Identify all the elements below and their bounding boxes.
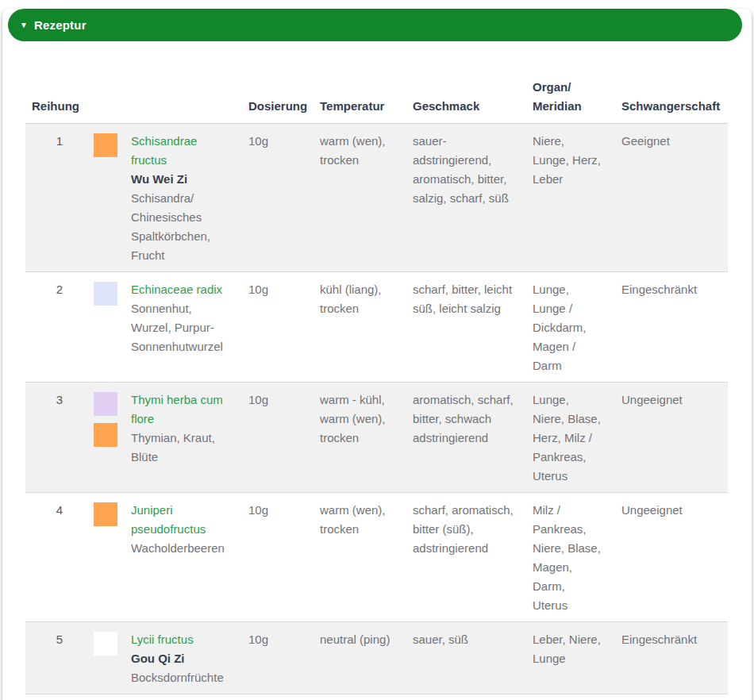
herb-name-cell: Juniperi pseudofructus Wacholderbeeren [131,493,248,621]
rezeptur-collapse-header[interactable]: ▼ Rezeptur [8,9,742,41]
col-header-organ-line1: Organ/ [533,78,621,97]
herb-name-link[interactable]: Juniperi pseudofructus [131,501,226,539]
reihung-number: 2 [25,272,94,382]
reihung-number: 4 [25,493,94,621]
organ-meridian-cell: Lunge, Lunge / Dickdarm, Magen / Darm [533,272,621,382]
herb-name-cell: Lycii fructus Gou Qi Zi Bocksdornfrüchte [131,622,248,694]
herb-pinyin-name: Gou Qi Zi [131,649,226,668]
herb-name-cell: Echinaceae radix Sonnenhut, Wurzel, Purp… [131,272,248,382]
geschmack-cell: scharf, bitter, leicht süß, leicht salzi… [413,272,533,382]
color-swatch [94,423,117,447]
dosierung-cell: 10g [248,272,320,382]
geschmack-cell: sauer-adstringierend, aromatisch, bitter… [413,124,533,271]
temperatur-cell: kühl (liang), trocken [320,272,413,382]
reihung-number: 5 [25,622,94,694]
table-row: 3 Thymi herba cum flore Thymian, Kraut, … [25,383,728,493]
herb-pinyin-name: Wu Wei Zi [131,170,226,189]
herb-name-link[interactable]: Schisandrae fructus [131,132,226,170]
table-body: 1 Schisandrae fructus Wu Wei Zi Schisand… [25,124,728,694]
dosierung-cell: 10g [248,383,320,492]
herb-name-link[interactable]: Echinaceae radix [131,280,226,299]
collapse-caret-icon: ▼ [20,21,28,29]
col-header-geschmack: Geschmack [413,97,533,116]
reihung-number: 1 [25,124,94,271]
herb-german-name: Wacholderbeeren [131,539,226,558]
dosierung-cell: 10g [248,493,320,621]
geschmack-cell: scharf, aromatisch, bitter (süß), adstri… [413,493,533,621]
temperature-color-swatches [94,383,131,492]
temperatur-cell: neutral (ping) [320,622,413,694]
organ-meridian-cell: Lunge, Niere, Blase, Herz, Milz / Pankre… [533,383,621,492]
table-row: 5 Lycii fructus Gou Qi Zi Bocksdornfrüch… [25,622,728,694]
geschmack-cell: aromatisch, scharf, bitter, schwach adst… [413,383,533,492]
geschmack-cell: sauer, süß [413,622,533,694]
schwangerschaft-cell: Eingeschränkt [621,622,728,694]
herb-name-cell: Thymi herba cum flore Thymian, Kraut, Bl… [131,383,248,492]
herb-german-name: Bocksdornfrüchte [131,668,226,687]
color-swatch [94,133,117,157]
dosierung-cell: 10g [248,124,320,271]
herb-name-link[interactable]: Lycii fructus [131,630,226,649]
herb-german-name: Sonnenhut, Wurzel, Purpur-Sonnenhutwurze… [131,299,226,356]
color-swatch [94,282,117,306]
table-row: 1 Schisandrae fructus Wu Wei Zi Schisand… [25,124,728,272]
temperature-color-swatches [94,493,131,621]
organ-meridian-cell: Milz / Pankreas, Niere, Blase, Magen, Da… [533,493,621,621]
organ-meridian-cell: Leber, Niere, Lunge [533,622,621,694]
herb-german-name: Schisandra/ Chinesisches Spaltkörbchen, … [131,189,226,265]
herb-name-cell: Schisandrae fructus Wu Wei Zi Schisandra… [131,124,248,271]
col-header-organ-meridian: Organ/ Meridian [533,78,621,116]
table-row: 2 Echinaceae radix Sonnenhut, Wurzel, Pu… [25,272,728,383]
schwangerschaft-cell: Geeignet [621,124,728,271]
col-header-dosierung: Dosierung [248,97,320,116]
temperatur-cell: warm - kühl, warm (wen), trocken [320,383,413,492]
temperatur-cell: warm (wen), trocken [320,493,413,621]
color-swatch [94,502,117,526]
col-header-temperatur: Temperatur [320,97,413,116]
temperatur-cell: warm (wen), trocken [320,124,413,271]
herb-name-link[interactable]: Thymi herba cum flore [131,390,226,429]
col-header-schwangerschaft: Schwangerschaft [621,97,728,116]
temperature-color-swatches [94,622,131,694]
rezeptur-panel: ▼ Rezeptur Reihung Dosierung Temperatur … [2,9,752,700]
schwangerschaft-cell: Eingeschränkt [621,272,728,382]
panel-title: Rezeptur [34,18,87,32]
organ-meridian-cell: Niere, Lunge, Herz, Leber [533,124,621,271]
color-swatch [94,392,117,416]
temperature-color-swatches [94,124,131,271]
col-header-organ-line2: Meridian [533,97,621,116]
temperature-color-swatches [94,272,131,382]
rezeptur-table: Reihung Dosierung Temperatur Geschmack O… [25,60,728,694]
schwangerschaft-cell: Ungeeignet [621,493,728,621]
schwangerschaft-cell: Ungeeignet [621,383,728,492]
table-header-row: Reihung Dosierung Temperatur Geschmack O… [25,60,728,124]
color-swatch [94,632,117,656]
reihung-number: 3 [25,383,94,492]
col-header-reihung: Reihung [25,97,248,116]
dosierung-cell: 10g [248,622,320,694]
table-row: 4 Juniperi pseudofructus Wacholderbeeren… [25,493,728,622]
herb-german-name: Thymian, Kraut, Blüte [131,429,226,467]
